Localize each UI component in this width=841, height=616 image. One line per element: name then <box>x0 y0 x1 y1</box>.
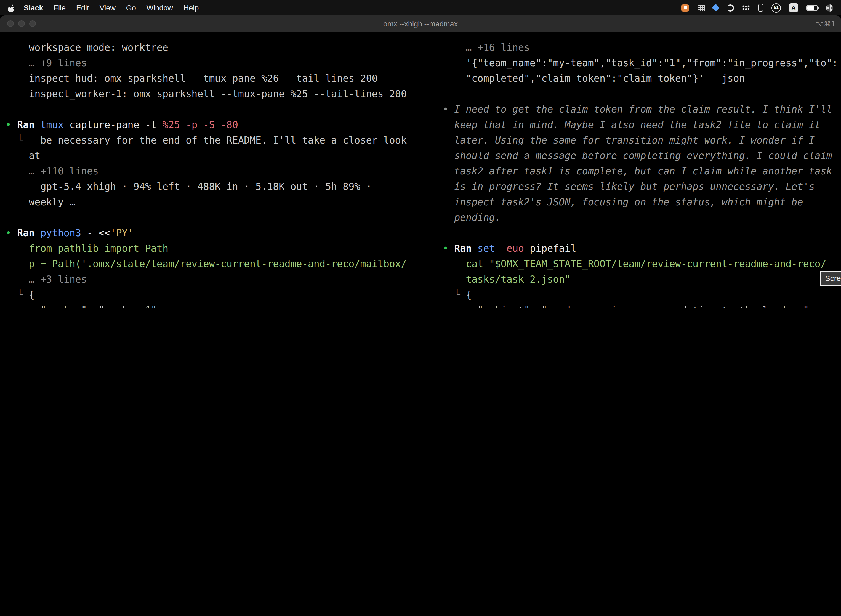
terminal-line: "completed","claim_token":"claim-token"}… <box>437 70 841 86</box>
control-center-icon[interactable] <box>826 4 833 11</box>
terminal-text: └ <box>6 135 40 146</box>
screen-recording-indicator-icon[interactable] <box>681 4 689 11</box>
terminal-text: -t <box>145 119 163 130</box>
keyboard-input-source-icon[interactable]: A <box>789 3 798 12</box>
terminal-text: set <box>477 243 501 254</box>
terminal-line: from pathlib import Path <box>0 241 437 256</box>
terminal-text: "completed","claim_token":"claim-token"}… <box>442 73 745 84</box>
terminal-text: { <box>29 289 35 300</box>
terminal-line: "subject": "send a concise recommendatio… <box>437 302 841 308</box>
terminal-text: weekly … <box>6 197 75 208</box>
terminal-line: └ be necessary for the end of the README… <box>0 132 437 148</box>
menubar: Slack FileEditViewGoWindowHelp 61A <box>0 0 841 15</box>
terminal-text: … +3 lines <box>6 274 87 285</box>
terminal-text: inspect_hud: omx sparkshell --tmux-pane … <box>6 73 378 84</box>
terminal-text: I need to get the claim token from the c… <box>454 104 832 115</box>
terminal-line: • Ran python3 - <<'PY' <box>0 225 437 241</box>
terminal-text: • <box>6 119 17 130</box>
terminal-text: at <box>6 150 40 161</box>
grid-app-icon[interactable] <box>697 5 705 11</box>
terminal-line: keep that in mind. Maybe I also need the… <box>437 117 841 132</box>
terminal-line: is in progress? It seems likely but perh… <box>437 179 841 194</box>
terminal-text: └ <box>442 289 466 300</box>
terminal-text: { <box>466 289 472 300</box>
terminal-text: … +9 lines <box>6 57 87 69</box>
terminal-line: • Ran set -euo pipefail <box>437 241 841 256</box>
raycast-icon[interactable] <box>712 4 719 12</box>
tmux-pane-right[interactable]: … +16 lines '{"team_name":"my-team","tas… <box>437 32 841 308</box>
terminal-window: omx --xhigh --madmax ⌥⌘1 workspace_mode:… <box>0 15 841 308</box>
terminal-line: … +110 lines <box>0 163 437 179</box>
phone-mirroring-icon[interactable] <box>758 4 763 12</box>
terminal-line <box>0 210 437 225</box>
swirl-app-icon[interactable] <box>727 4 734 11</box>
menubar-item-file[interactable]: File <box>54 4 66 12</box>
terminal-text: - << <box>87 227 110 238</box>
terminal-text: capture-pane <box>70 119 145 130</box>
terminal-line: '{"team_name":"my-team","task_id":"1","f… <box>437 55 841 70</box>
menubar-item-window[interactable]: Window <box>147 4 173 12</box>
menubar-item-edit[interactable]: Edit <box>76 4 89 12</box>
terminal-text: └ <box>6 289 29 300</box>
tmux-panes: workspace_mode: worktree … +9 lines insp… <box>0 32 841 308</box>
menubar-item-view[interactable]: View <box>100 4 116 12</box>
terminal-text: … +16 lines <box>442 42 530 53</box>
terminal-line: workspace_mode: worktree <box>0 40 437 55</box>
terminal-text: "worker": "worker-1", <box>6 305 163 308</box>
minimize-window-button[interactable] <box>18 21 25 27</box>
terminal-text: keep that in mind. Maybe I also need the… <box>442 119 820 130</box>
terminal-text: tasks/task-2.json" <box>442 274 571 285</box>
battery-percentage-badge[interactable]: 61 <box>771 3 781 12</box>
zoom-window-button[interactable] <box>29 21 36 27</box>
terminal-line: └ { <box>0 287 437 302</box>
terminal-text: gpt-5.4 xhigh · 94% left · 488K in · 5.1… <box>6 181 372 192</box>
terminal-line: … +3 lines <box>0 271 437 287</box>
terminal-line: weekly … <box>0 194 437 210</box>
terminal-line: • I need to get the claim token from the… <box>437 101 841 117</box>
terminal-line <box>437 86 841 101</box>
terminal-line: later. Using the same for transition mig… <box>437 132 841 148</box>
terminal-text: -euo <box>501 243 530 254</box>
terminal-line: … +9 lines <box>0 55 437 70</box>
terminal-text: task2 after task1 is complete, but can I… <box>442 166 832 177</box>
terminal-text: tmux <box>40 119 69 130</box>
battery-icon[interactable] <box>806 5 818 11</box>
terminal-text: "subject": "send a concise recommendatio… <box>442 305 815 308</box>
terminal-text: Ran <box>454 243 477 254</box>
terminal-text: -p <box>186 119 203 130</box>
terminal-text: p = Path('.omx/state/team/review-current… <box>6 258 407 269</box>
terminal-text: from pathlib import Path <box>6 243 168 254</box>
terminal-line: cat "$OMX_TEAM_STATE_ROOT/team/review-cu… <box>437 256 841 271</box>
close-window-button[interactable] <box>7 21 14 27</box>
terminal-line: └ { <box>437 287 841 302</box>
screen-share-tooltip: Scre <box>820 271 841 286</box>
tmux-pane-left[interactable]: workspace_mode: worktree … +9 lines insp… <box>0 32 437 308</box>
menubar-item-help[interactable]: Help <box>183 4 199 12</box>
terminal-text: is in progress? It seems likely but perh… <box>442 181 815 192</box>
terminal-line <box>437 225 841 241</box>
terminal-text: '{"team_name":"my-team","task_id":"1","f… <box>442 57 838 69</box>
window-title: omx --xhigh --madmax <box>0 20 841 28</box>
apple-menu-icon[interactable] <box>8 3 15 12</box>
terminal-text: python3 <box>40 227 87 238</box>
menubar-menus: Slack FileEditViewGoWindowHelp <box>8 3 209 12</box>
terminal-line: inspect_hud: omx sparkshell --tmux-pane … <box>0 70 437 86</box>
terminal-text: -80 <box>221 119 238 130</box>
terminal-line: p = Path('.omx/state/team/review-current… <box>0 256 437 271</box>
menubar-item-go[interactable]: Go <box>126 4 136 12</box>
terminal-text: cat "$OMX_TEAM_STATE_ROOT/team/review-cu… <box>442 258 826 269</box>
dots-grid-icon[interactable] <box>742 5 750 11</box>
terminal-line: gpt-5.4 xhigh · 94% left · 488K in · 5.1… <box>0 179 437 194</box>
terminal-line: … +16 lines <box>437 40 841 55</box>
terminal-text: later. Using the same for transition mig… <box>442 135 815 146</box>
terminal-text: • <box>442 243 454 254</box>
menubar-app-name[interactable]: Slack <box>24 4 43 12</box>
terminal-line: at <box>0 148 437 163</box>
terminal-text: %25 <box>163 119 186 130</box>
terminal-text: • <box>6 227 17 238</box>
terminal-text: • <box>442 104 454 115</box>
window-titlebar[interactable]: omx --xhigh --madmax ⌥⌘1 <box>0 15 841 32</box>
terminal-text: workspace_mode: worktree <box>6 42 168 53</box>
terminal-line: tasks/task-2.json" <box>437 271 841 287</box>
terminal-text: Ran <box>17 119 40 130</box>
